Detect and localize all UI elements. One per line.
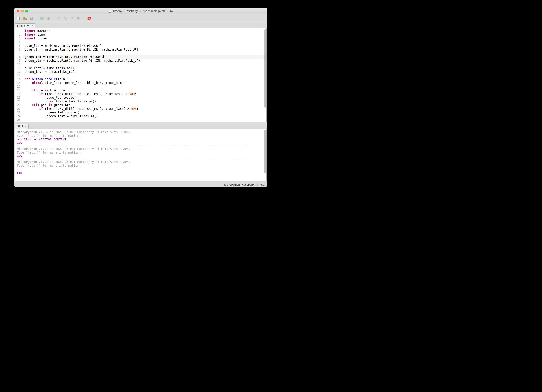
toolbar: STOP [14,14,267,22]
svg-point-10 [65,19,66,20]
save-button[interactable] [29,16,34,21]
shell-scrollbar[interactable] [265,130,266,173]
step-out-button[interactable] [70,16,75,21]
tab-shell[interactable]: Shell × [15,124,28,129]
shell-output[interactable]: MicroPython v1.14 on 2021-02-02; Raspber… [15,129,267,181]
editor-area: [ main.py ] × 12345678910111213141516171… [14,22,267,123]
minimize-window-button[interactable] [21,10,24,12]
document-icon [109,10,111,13]
close-icon[interactable]: × [32,24,33,27]
new-file-button[interactable] [16,16,21,21]
code-content[interactable]: import machineimport timeimport utime bl… [23,28,266,122]
window-title: Thonny - Raspberry Pi Pico :: /main.py @… [14,9,267,13]
tab-label: [ main.py ] [17,24,30,27]
interpreter-label[interactable]: MicroPython (Raspberry Pi Pico) [224,183,265,186]
step-into-button[interactable] [63,16,68,21]
step-over-button[interactable] [56,16,62,21]
statusbar: MicroPython (Raspberry Pi Pico) [14,182,267,187]
open-file-button[interactable] [22,16,28,21]
line-number-gutter: 1234567891011121314151617181920212223242… [15,28,23,122]
editor-tabs: [ main.py ] × [14,22,267,28]
close-window-button[interactable] [17,10,19,12]
run-button[interactable] [39,16,45,21]
svg-rect-3 [31,18,32,19]
shell-tab-label: Shell [17,125,23,128]
titlebar: Thonny - Raspberry Pi Pico :: /main.py @… [14,8,267,14]
window-title-text: Thonny - Raspberry Pi Pico :: /main.py @… [113,9,173,13]
traffic-lights [14,10,28,12]
code-editor[interactable]: 1234567891011121314151617181920212223242… [15,28,267,122]
shell-tabs: Shell × [14,123,267,129]
debug-button[interactable] [46,16,51,21]
resume-button[interactable] [76,16,81,21]
svg-rect-2 [31,17,33,18]
stop-button[interactable]: STOP [87,16,92,21]
shell-area: Shell × MicroPython v1.14 on 2021-02-02;… [14,123,267,182]
svg-rect-12 [77,17,78,19]
svg-point-11 [71,19,71,20]
close-icon[interactable]: × [25,125,27,128]
svg-text:STOP: STOP [87,18,91,19]
maximize-window-button[interactable] [26,10,28,12]
app-window: Thonny - Raspberry Pi Pico :: /main.py @… [14,8,267,187]
tab-main-py[interactable]: [ main.py ] × [15,23,35,28]
svg-point-5 [48,17,50,20]
